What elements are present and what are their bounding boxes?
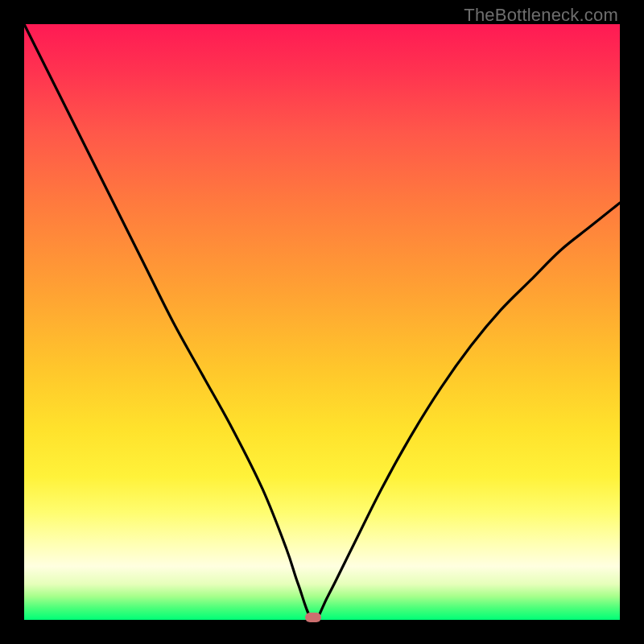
plot-area xyxy=(24,24,620,620)
chart-frame: TheBottleneck.com xyxy=(0,0,644,644)
curve-svg xyxy=(24,24,620,620)
optimal-marker xyxy=(305,613,321,622)
watermark-text: TheBottleneck.com xyxy=(464,5,618,26)
bottleneck-curve xyxy=(24,24,620,620)
